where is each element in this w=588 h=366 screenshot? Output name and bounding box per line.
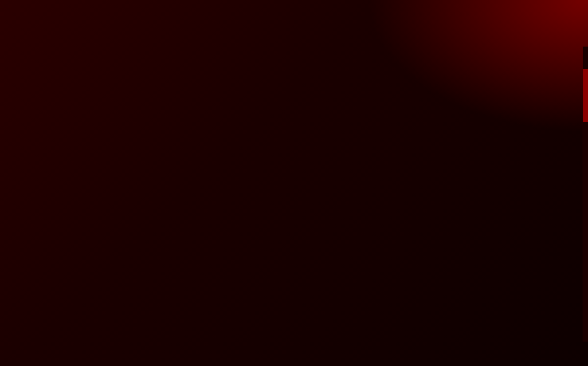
- bg-red-accent: [366, 0, 588, 133]
- main-container: UEFI BIOS Utility – Advanced Mode 02/02/…: [0, 0, 588, 366]
- scrollbar-track[interactable]: [583, 47, 588, 342]
- scrollbar-thumb[interactable]: [583, 69, 588, 122]
